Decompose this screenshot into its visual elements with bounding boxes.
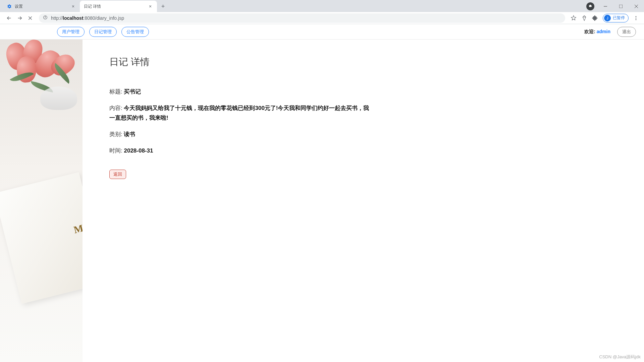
minimize-button[interactable] <box>598 1 613 11</box>
avatar-icon: J <box>604 15 611 21</box>
topbar: 用户管理 日记管理 公告管理 欢迎: admin 退出 <box>0 24 644 40</box>
content-label: 内容: <box>109 105 122 111</box>
back-button[interactable] <box>6 15 12 21</box>
close-window-button[interactable] <box>629 1 644 11</box>
gear-icon <box>7 4 12 9</box>
close-icon[interactable]: × <box>148 4 153 9</box>
stop-reload-button[interactable] <box>28 15 33 21</box>
url-input[interactable]: http://localhost:8080/diary_info.jsp <box>39 13 565 23</box>
extension-diamond-icon[interactable] <box>581 15 587 21</box>
title-label: 标题: <box>109 88 122 95</box>
url-text: http://localhost:8080/diary_info.jsp <box>51 15 124 21</box>
content-wrap: M 日记 详情 标题: 买书记 内容: 今天我妈妈又给我了十元钱，现在我的零花钱… <box>0 40 644 362</box>
topbar-right: 欢迎: admin 退出 <box>584 27 636 37</box>
tab-title: 日记 详情 <box>84 4 148 9</box>
tab-settings[interactable]: 设置 × <box>3 1 80 12</box>
profile-badge[interactable]: J 已暂停 <box>603 14 629 22</box>
content-value: 今天我妈妈又给我了十元钱，现在我的零花钱已经到300元了!今天我和同学们约好一起… <box>109 105 369 121</box>
page-title: 日记 详情 <box>109 56 374 68</box>
svg-point-9 <box>636 16 637 17</box>
svg-point-11 <box>636 19 637 20</box>
profile-badge-label: 已暂停 <box>613 15 625 21</box>
logout-button[interactable]: 退出 <box>617 27 636 37</box>
bookmark-icon[interactable] <box>571 15 577 21</box>
category-label: 类别: <box>109 131 122 137</box>
field-content: 内容: 今天我妈妈又给我了十元钱，现在我的零花钱已经到300元了!今天我和同学们… <box>109 104 374 123</box>
nav-user-mgmt[interactable]: 用户管理 <box>57 27 85 37</box>
tab-title: 设置 <box>15 4 70 9</box>
extensions-icon[interactable] <box>592 15 598 21</box>
new-tab-button[interactable]: + <box>158 2 168 11</box>
category-value: 读书 <box>124 131 135 137</box>
address-bar: http://localhost:8080/diary_info.jsp J 已… <box>0 12 644 24</box>
nav-notice-mgmt[interactable]: 公告管理 <box>121 27 149 37</box>
main-panel: 日记 详情 标题: 买书记 内容: 今天我妈妈又给我了十元钱，现在我的零花钱已经… <box>83 40 401 362</box>
window-controls <box>586 1 644 12</box>
welcome-label: 欢迎: <box>584 29 595 34</box>
welcome-user: admin <box>597 29 610 34</box>
forward-button[interactable] <box>17 15 23 21</box>
menu-icon[interactable] <box>633 15 639 21</box>
tab-diary-detail[interactable]: 日记 详情 × <box>80 1 157 12</box>
field-time: 时间: 2028-08-31 <box>109 146 374 156</box>
site-info-icon[interactable] <box>43 15 48 21</box>
nav-buttons: 用户管理 日记管理 公告管理 <box>57 27 149 37</box>
back-button[interactable]: 返回 <box>109 170 126 179</box>
svg-point-8 <box>45 16 45 16</box>
side-decorative-image: M <box>0 40 83 362</box>
tab-bar: 设置 × 日记 详情 × + <box>0 0 644 12</box>
nav-diary-mgmt[interactable]: 日记管理 <box>89 27 117 37</box>
time-value: 2028-08-31 <box>124 147 153 154</box>
watermark: CSDN @Java源码jdk <box>599 354 641 360</box>
field-category: 类别: 读书 <box>109 130 374 139</box>
svg-rect-1 <box>619 5 623 8</box>
page: 用户管理 日记管理 公告管理 欢迎: admin 退出 <box>0 24 644 362</box>
incognito-icon <box>586 2 594 10</box>
time-label: 时间: <box>109 147 122 154</box>
browser-chrome: 设置 × 日记 详情 × + http://localhost:8080/dia… <box>0 0 644 24</box>
svg-point-10 <box>636 17 637 18</box>
maximize-button[interactable] <box>613 1 629 11</box>
field-title: 标题: 买书记 <box>109 87 374 97</box>
close-icon[interactable]: × <box>70 4 76 9</box>
title-value: 买书记 <box>124 88 141 95</box>
